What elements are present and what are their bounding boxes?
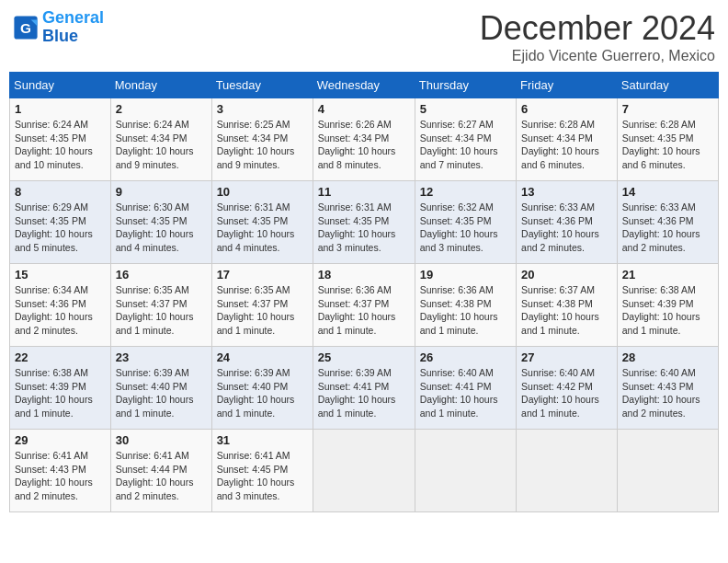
day-number: 24: [217, 350, 308, 364]
calendar-cell: 20Sunrise: 6:37 AM Sunset: 4:38 PM Dayli…: [517, 264, 618, 347]
calendar-cell: 23Sunrise: 6:39 AM Sunset: 4:40 PM Dayli…: [110, 347, 211, 430]
calendar-cell: 16Sunrise: 6:35 AM Sunset: 4:37 PM Dayli…: [110, 264, 211, 347]
day-number: 3: [217, 102, 308, 116]
day-info: Sunrise: 6:24 AM Sunset: 4:34 PM Dayligh…: [116, 118, 207, 172]
day-info: Sunrise: 6:36 AM Sunset: 4:37 PM Dayligh…: [318, 283, 410, 338]
day-info: Sunrise: 6:40 AM Sunset: 4:43 PM Dayligh…: [622, 366, 713, 420]
day-number: 11: [318, 185, 410, 199]
day-number: 2: [116, 102, 207, 116]
day-info: Sunrise: 6:31 AM Sunset: 4:35 PM Dayligh…: [217, 201, 308, 255]
day-info: Sunrise: 6:33 AM Sunset: 4:36 PM Dayligh…: [622, 201, 713, 255]
day-number: 26: [420, 350, 511, 364]
day-of-week-header: Monday: [110, 73, 211, 98]
page-header: G General Blue December 2024 Ejido Vicen…: [9, 9, 719, 64]
day-number: 15: [15, 268, 106, 282]
calendar-cell: 17Sunrise: 6:35 AM Sunset: 4:37 PM Dayli…: [211, 264, 313, 347]
day-info: Sunrise: 6:34 AM Sunset: 4:36 PM Dayligh…: [15, 283, 106, 338]
calendar-week-row: 1Sunrise: 6:24 AM Sunset: 4:35 PM Daylig…: [10, 98, 719, 181]
day-info: Sunrise: 6:40 AM Sunset: 4:42 PM Dayligh…: [521, 366, 612, 420]
day-info: Sunrise: 6:25 AM Sunset: 4:34 PM Dayligh…: [217, 118, 308, 172]
day-info: Sunrise: 6:41 AM Sunset: 4:45 PM Dayligh…: [217, 449, 308, 503]
calendar-cell: 8Sunrise: 6:29 AM Sunset: 4:35 PM Daylig…: [10, 181, 111, 264]
day-info: Sunrise: 6:38 AM Sunset: 4:39 PM Dayligh…: [15, 366, 106, 420]
calendar-cell: 25Sunrise: 6:39 AM Sunset: 4:41 PM Dayli…: [313, 347, 415, 430]
day-info: Sunrise: 6:38 AM Sunset: 4:39 PM Dayligh…: [622, 283, 713, 338]
calendar-cell: [313, 430, 415, 512]
day-info: Sunrise: 6:41 AM Sunset: 4:43 PM Dayligh…: [15, 449, 106, 503]
calendar-cell: 7Sunrise: 6:28 AM Sunset: 4:35 PM Daylig…: [617, 98, 718, 181]
calendar-cell: 2Sunrise: 6:24 AM Sunset: 4:34 PM Daylig…: [110, 98, 211, 181]
day-number: 12: [420, 185, 511, 199]
day-info: Sunrise: 6:37 AM Sunset: 4:38 PM Dayligh…: [521, 283, 612, 338]
svg-text:G: G: [20, 19, 31, 35]
day-info: Sunrise: 6:41 AM Sunset: 4:44 PM Dayligh…: [116, 449, 207, 503]
calendar-week-row: 8Sunrise: 6:29 AM Sunset: 4:35 PM Daylig…: [10, 181, 719, 264]
calendar-cell: 11Sunrise: 6:31 AM Sunset: 4:35 PM Dayli…: [313, 181, 415, 264]
day-of-week-header: Thursday: [415, 73, 516, 98]
day-number: 1: [15, 102, 106, 116]
day-number: 28: [622, 350, 713, 364]
calendar-cell: [517, 430, 618, 512]
day-number: 19: [420, 268, 511, 282]
calendar-cell: 14Sunrise: 6:33 AM Sunset: 4:36 PM Dayli…: [617, 181, 718, 264]
calendar-week-row: 22Sunrise: 6:38 AM Sunset: 4:39 PM Dayli…: [10, 347, 719, 430]
calendar-cell: 30Sunrise: 6:41 AM Sunset: 4:44 PM Dayli…: [110, 430, 211, 512]
day-info: Sunrise: 6:40 AM Sunset: 4:41 PM Dayligh…: [420, 366, 511, 420]
calendar-cell: 19Sunrise: 6:36 AM Sunset: 4:38 PM Dayli…: [415, 264, 516, 347]
day-info: Sunrise: 6:28 AM Sunset: 4:34 PM Dayligh…: [521, 118, 612, 172]
calendar-cell: 24Sunrise: 6:39 AM Sunset: 4:40 PM Dayli…: [211, 347, 313, 430]
calendar-cell: 1Sunrise: 6:24 AM Sunset: 4:35 PM Daylig…: [10, 98, 111, 181]
day-info: Sunrise: 6:29 AM Sunset: 4:35 PM Dayligh…: [15, 201, 106, 255]
calendar-table: SundayMondayTuesdayWednesdayThursdayFrid…: [9, 72, 719, 512]
calendar-cell: 28Sunrise: 6:40 AM Sunset: 4:43 PM Dayli…: [617, 347, 718, 430]
day-number: 22: [15, 350, 106, 364]
calendar-week-row: 15Sunrise: 6:34 AM Sunset: 4:36 PM Dayli…: [10, 264, 719, 347]
day-number: 14: [622, 185, 713, 199]
day-number: 31: [217, 433, 308, 447]
day-info: Sunrise: 6:28 AM Sunset: 4:35 PM Dayligh…: [622, 118, 713, 172]
day-of-week-header: Friday: [517, 73, 618, 98]
day-of-week-header: Sunday: [10, 73, 111, 98]
day-number: 7: [622, 102, 713, 116]
day-number: 21: [622, 268, 713, 282]
day-number: 17: [217, 268, 308, 282]
calendar-cell: 31Sunrise: 6:41 AM Sunset: 4:45 PM Dayli…: [211, 430, 313, 512]
day-number: 25: [318, 350, 410, 364]
day-of-week-header: Tuesday: [211, 73, 313, 98]
calendar-cell: 13Sunrise: 6:33 AM Sunset: 4:36 PM Dayli…: [517, 181, 618, 264]
calendar-cell: 22Sunrise: 6:38 AM Sunset: 4:39 PM Dayli…: [10, 347, 111, 430]
calendar-cell: [617, 430, 718, 512]
calendar-cell: 18Sunrise: 6:36 AM Sunset: 4:37 PM Dayli…: [313, 264, 415, 347]
day-info: Sunrise: 6:32 AM Sunset: 4:35 PM Dayligh…: [420, 201, 511, 255]
day-info: Sunrise: 6:39 AM Sunset: 4:41 PM Dayligh…: [318, 366, 410, 420]
day-number: 18: [318, 268, 410, 282]
day-of-week-header: Saturday: [617, 73, 718, 98]
calendar-cell: 5Sunrise: 6:27 AM Sunset: 4:34 PM Daylig…: [415, 98, 516, 181]
calendar-cell: 9Sunrise: 6:30 AM Sunset: 4:35 PM Daylig…: [110, 181, 211, 264]
day-number: 6: [521, 102, 612, 116]
day-number: 23: [116, 350, 207, 364]
logo-text: General Blue: [42, 9, 104, 46]
calendar-cell: 10Sunrise: 6:31 AM Sunset: 4:35 PM Dayli…: [211, 181, 313, 264]
day-info: Sunrise: 6:36 AM Sunset: 4:38 PM Dayligh…: [420, 283, 511, 338]
calendar-cell: 21Sunrise: 6:38 AM Sunset: 4:39 PM Dayli…: [617, 264, 718, 347]
day-info: Sunrise: 6:39 AM Sunset: 4:40 PM Dayligh…: [217, 366, 308, 420]
calendar-cell: 12Sunrise: 6:32 AM Sunset: 4:35 PM Dayli…: [415, 181, 516, 264]
day-number: 27: [521, 350, 612, 364]
day-info: Sunrise: 6:24 AM Sunset: 4:35 PM Dayligh…: [15, 118, 106, 172]
day-info: Sunrise: 6:26 AM Sunset: 4:34 PM Dayligh…: [318, 118, 410, 172]
calendar-cell: 3Sunrise: 6:25 AM Sunset: 4:34 PM Daylig…: [211, 98, 313, 181]
day-number: 13: [521, 185, 612, 199]
day-number: 8: [15, 185, 106, 199]
day-number: 29: [15, 433, 106, 447]
calendar-cell: 15Sunrise: 6:34 AM Sunset: 4:36 PM Dayli…: [10, 264, 111, 347]
title-block: December 2024 Ejido Vicente Guerrero, Me…: [480, 9, 715, 64]
day-info: Sunrise: 6:30 AM Sunset: 4:35 PM Dayligh…: [116, 201, 207, 255]
day-number: 9: [116, 185, 207, 199]
day-number: 30: [116, 433, 207, 447]
month-title: December 2024: [480, 9, 715, 48]
day-number: 16: [116, 268, 207, 282]
day-number: 4: [318, 102, 410, 116]
day-info: Sunrise: 6:39 AM Sunset: 4:40 PM Dayligh…: [116, 366, 207, 420]
day-info: Sunrise: 6:27 AM Sunset: 4:34 PM Dayligh…: [420, 118, 511, 172]
